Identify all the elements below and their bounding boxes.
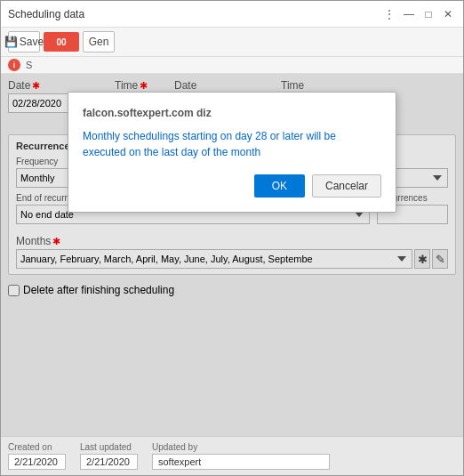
save-label: Save [20, 36, 44, 48]
last-updated-label: Last updated [80, 442, 138, 452]
gen-button[interactable]: Gen [83, 31, 115, 52]
save-icon: 💾 [4, 36, 18, 48]
created-on-value: 2/21/2020 [8, 454, 66, 470]
dialog-ok-button[interactable]: OK [254, 174, 305, 198]
minimize-icon: — [404, 8, 414, 20]
info-icon: i [8, 59, 20, 71]
footer-bar: Created on 2/21/2020 Last updated 2/21/2… [1, 436, 463, 475]
error-code: 00 [56, 37, 66, 47]
content-area: Date ✱ 📅 ✎ Time ✱ [1, 74, 463, 436]
three-dots-icon: ⋮ [384, 8, 395, 20]
created-on-label: Created on [8, 442, 66, 452]
last-updated-item: Last updated 2/21/2020 [80, 442, 138, 470]
minimize-button[interactable]: — [401, 6, 417, 22]
error-badge: 00 [44, 32, 79, 52]
title-bar-controls: ⋮ — □ ✕ [381, 6, 456, 22]
last-updated-value: 2/21/2020 [80, 454, 138, 470]
created-on-item: Created on 2/21/2020 [8, 442, 66, 470]
gen-label: Gen [89, 36, 109, 48]
title-bar-left: Scheduling data [8, 8, 84, 20]
dialog-domain: falcon.softexpert.com diz [83, 107, 212, 119]
close-button[interactable]: ✕ [440, 6, 456, 22]
dialog-message: Monthly schedulings starting on day 28 o… [83, 128, 381, 160]
updated-by-value: softexpert [152, 454, 330, 470]
dialog-box: falcon.softexpert.com diz Monthly schedu… [68, 92, 396, 213]
main-window: Scheduling data ⋮ — □ ✕ 💾 Save 00 Gen [0, 0, 464, 476]
title-bar: Scheduling data ⋮ — □ ✕ [1, 1, 463, 28]
dialog-overlay: falcon.softexpert.com diz Monthly schedu… [1, 74, 463, 436]
close-icon: ✕ [444, 8, 452, 20]
toolbar: 💾 Save 00 Gen [1, 28, 463, 57]
updated-by-label: Updated by [152, 442, 330, 452]
info-bar: i S [1, 57, 463, 74]
dialog-header: falcon.softexpert.com diz [83, 107, 381, 119]
dialog-buttons: OK Cancelar [83, 174, 381, 198]
schedule-label: S [26, 60, 32, 70]
save-button[interactable]: 💾 Save [8, 31, 40, 52]
menu-button[interactable]: ⋮ [381, 6, 397, 22]
dialog-cancel-button[interactable]: Cancelar [312, 174, 381, 198]
maximize-icon: □ [425, 8, 431, 20]
window-title: Scheduling data [8, 8, 84, 20]
maximize-button[interactable]: □ [420, 6, 436, 22]
updated-by-item: Updated by softexpert [152, 442, 330, 470]
